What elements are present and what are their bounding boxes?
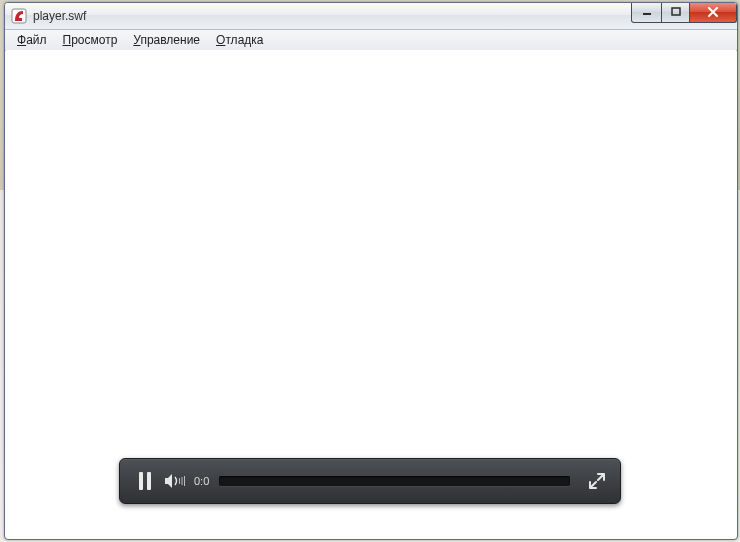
minimize-button[interactable] xyxy=(631,2,662,23)
svg-rect-1 xyxy=(643,13,651,15)
svg-rect-3 xyxy=(179,478,180,484)
menu-label-rest: росмотр xyxy=(71,33,117,47)
progress-bar[interactable] xyxy=(219,476,570,486)
fullscreen-button[interactable] xyxy=(584,473,610,489)
menu-bar: Файл Просмотр Управление Отладка xyxy=(5,30,737,51)
close-icon xyxy=(707,6,719,18)
menu-view[interactable]: Просмотр xyxy=(55,32,126,48)
menu-label-rest: тладка xyxy=(225,33,263,47)
media-player-bar: 0:0 xyxy=(119,458,621,504)
content-area: 0:0 xyxy=(6,50,736,538)
maximize-icon xyxy=(671,7,681,17)
menu-label-rest: правление xyxy=(140,33,200,47)
menu-hotkey: Ф xyxy=(17,33,26,47)
svg-rect-4 xyxy=(182,477,183,485)
title-bar: player.swf xyxy=(5,3,737,30)
svg-rect-2 xyxy=(672,8,680,15)
pause-icon xyxy=(139,472,151,490)
volume-control[interactable]: 0:0 xyxy=(164,473,209,489)
close-button[interactable] xyxy=(689,2,737,23)
svg-rect-5 xyxy=(184,476,185,486)
menu-file[interactable]: Файл xyxy=(9,32,55,48)
volume-icon xyxy=(164,473,188,489)
fullscreen-icon xyxy=(589,473,605,489)
window-controls xyxy=(632,2,737,22)
menu-control[interactable]: Управление xyxy=(125,32,208,48)
time-display: 0:0 xyxy=(194,475,209,487)
menu-debug[interactable]: Отладка xyxy=(208,32,271,48)
app-window: player.swf Файл Просмотр Управление xyxy=(4,2,738,540)
pause-button[interactable] xyxy=(130,458,160,504)
menu-hotkey: О xyxy=(216,33,225,47)
menu-hotkey: П xyxy=(63,33,72,47)
menu-label-rest: айл xyxy=(26,33,46,47)
minimize-icon xyxy=(642,7,652,17)
window-title: player.swf xyxy=(33,9,86,23)
flash-player-icon xyxy=(11,8,27,24)
maximize-button[interactable] xyxy=(661,2,690,23)
